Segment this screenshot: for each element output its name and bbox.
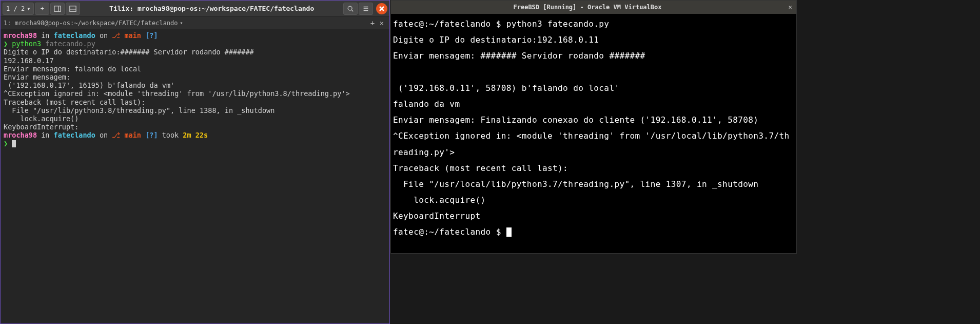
prompt-git-flag: [?] <box>145 131 158 139</box>
vbox-line: fatec@:~/fateclando $ <box>393 227 506 237</box>
titlebar-left-group: 1 / 2 ▾ + <box>3 3 80 15</box>
vbox-titlebar: FreeBSD [Running] - Oracle VM VirtualBox… <box>391 1 796 14</box>
close-icon <box>379 6 384 11</box>
vbox-line: File "/usr/local/lib/python3.7/threading… <box>393 179 758 189</box>
prompt-on: on <box>95 31 112 40</box>
cursor <box>506 227 512 237</box>
cursor <box>12 140 16 147</box>
vbox-line: ('192.168.0.11', 58708) b'falando do loc… <box>393 83 619 93</box>
plus-icon: + <box>41 5 44 12</box>
vbox-title: FreeBSD [Running] - Oracle VM VirtualBox <box>391 4 784 11</box>
add-session-button[interactable]: + <box>35 3 49 15</box>
desktop-background <box>390 254 797 324</box>
vbox-line: lock.acquire() <box>393 195 486 205</box>
vbox-terminal-output[interactable]: fatec@:~/fateclando $ python3 fatecando.… <box>391 14 796 253</box>
hamburger-menu-button[interactable] <box>359 3 373 15</box>
chevron-down-icon: ▾ <box>27 5 30 12</box>
split-down-button[interactable] <box>66 3 80 15</box>
vbox-line: Enviar mensagem: ####### Servidor rodand… <box>393 51 645 61</box>
chevron-down-icon: ▾ <box>180 20 183 26</box>
tilix-window: 1 / 2 ▾ + Tilix: mrocha98@pop-os:~/works… <box>0 0 390 324</box>
svg-rect-0 <box>54 6 61 11</box>
session-tab[interactable]: 1: mrocha98@pop-os:~/workspace/FATEC/fat… <box>4 20 368 27</box>
session-bar: 1: mrocha98@pop-os:~/workspace/FATEC/fat… <box>1 17 389 29</box>
hamburger-icon <box>362 5 369 12</box>
prompt-user: mrocha98 <box>4 31 37 40</box>
svg-rect-2 <box>70 6 76 11</box>
prompt-branch: main <box>120 131 145 139</box>
prompt-git-flag: [?] <box>145 31 158 40</box>
virtualbox-window: FreeBSD [Running] - Oracle VM VirtualBox… <box>390 0 797 254</box>
prompt-dir: fateclando <box>54 31 95 40</box>
prompt-took: took <box>158 131 183 139</box>
vbox-close-button[interactable]: × <box>784 1 796 13</box>
session-add-button[interactable]: + <box>368 19 377 27</box>
vbox-line: falando da vm <box>393 99 460 109</box>
prompt-in: in <box>37 131 54 139</box>
vbox-line: ^CException ignored in: <module 'threadi… <box>393 131 790 157</box>
split-right-icon <box>54 5 61 12</box>
prompt-dir: fateclando <box>54 131 95 139</box>
close-window-button[interactable] <box>376 3 387 14</box>
prompt-in: in <box>37 31 54 40</box>
prompt-caret: ❯ <box>4 139 12 147</box>
terminal-output[interactable]: mrocha98 in fateclando on ⎇ main [?] ❯ p… <box>1 29 389 323</box>
prompt-branch: main <box>120 31 145 40</box>
vbox-line: Enviar mensagem: Finalizando conexao do … <box>393 115 758 125</box>
vbox-line: fatec@:~/fateclando $ python3 fatecando.… <box>393 19 609 29</box>
tilix-titlebar: 1 / 2 ▾ + Tilix: mrocha98@pop-os:~/works… <box>1 1 389 17</box>
svg-line-5 <box>351 10 353 11</box>
vbox-line: Traceback (most recent call last): <box>393 163 568 173</box>
svg-point-4 <box>348 6 352 10</box>
titlebar-right-group <box>343 3 387 15</box>
window-title: Tilix: mrocha98@pop-os:~/workspace/FATEC… <box>80 5 343 12</box>
session-label-text: 1: mrocha98@pop-os:~/workspace/FATEC/fat… <box>4 20 178 27</box>
cmd-python3: python3 <box>12 40 45 48</box>
git-branch-icon: ⎇ <box>112 131 120 139</box>
right-column: FreeBSD [Running] - Oracle VM VirtualBox… <box>390 0 797 324</box>
vbox-line: Digite o IP do destinatario:192.168.0.11 <box>393 35 599 45</box>
prompt-user: mrocha98 <box>4 131 37 139</box>
prompt-on: on <box>95 131 112 139</box>
program-output: Digite o IP do destinatario:####### Serv… <box>4 48 350 131</box>
search-icon <box>347 5 354 12</box>
session-close-button[interactable]: × <box>377 19 386 27</box>
vbox-line: KeyboardInterrupt <box>393 211 481 221</box>
prompt-caret: ❯ <box>4 40 12 48</box>
prompt-duration: 2m 22s <box>183 131 208 139</box>
git-branch-icon: ⎇ <box>112 31 120 40</box>
cmd-script: fatecando.py <box>45 40 95 48</box>
search-button[interactable] <box>343 3 358 15</box>
desktop-background <box>797 0 980 324</box>
tab-indicator-label: 1 / 2 <box>6 5 25 12</box>
split-right-button[interactable] <box>50 3 65 15</box>
split-down-icon <box>69 5 76 12</box>
tab-indicator-button[interactable]: 1 / 2 ▾ <box>3 3 34 15</box>
